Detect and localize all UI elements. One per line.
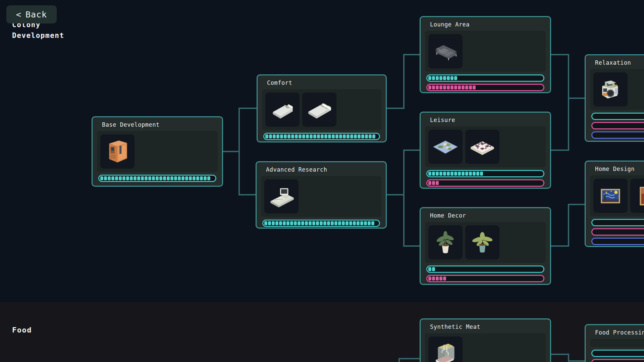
tech-node-comfort[interactable]: Comfort xyxy=(257,74,387,142)
progress-bar xyxy=(426,179,544,187)
tech-node-advanced-research[interactable]: Advanced Research xyxy=(256,161,387,229)
tech-node-home-decor[interactable]: Home Decor xyxy=(420,207,551,285)
connector-line xyxy=(238,108,257,109)
section-title-line2: Development xyxy=(12,30,64,41)
meat-growing-vat-icon xyxy=(432,340,459,362)
single-bed-icon xyxy=(269,96,296,123)
node-item-panel xyxy=(590,69,644,110)
progress-bar xyxy=(591,131,644,139)
tech-node-food-processing[interactable]: Food Processing xyxy=(585,324,644,362)
node-title: Home Decor xyxy=(430,212,541,219)
connector-line xyxy=(403,149,421,151)
tech-node-base-development[interactable]: Base Development xyxy=(92,116,223,187)
node-item-panel xyxy=(261,176,381,217)
potted-plant-white-icon[interactable] xyxy=(428,225,463,259)
progress-bar xyxy=(426,170,544,177)
tech-node-leisure[interactable]: Leisure xyxy=(420,112,551,189)
node-item-panel xyxy=(425,126,546,167)
node-item-panel xyxy=(425,222,546,263)
connector-line xyxy=(568,204,569,247)
progress-bar xyxy=(591,228,644,236)
node-item-panel xyxy=(590,175,644,216)
node-item-panel xyxy=(262,89,381,130)
connector-line xyxy=(403,54,405,109)
sofa-icon xyxy=(432,38,459,65)
portrait-painting-icon[interactable] xyxy=(630,179,644,213)
back-button[interactable]: < Back xyxy=(6,5,57,23)
connector-line xyxy=(386,108,405,109)
node-title: Food Processing xyxy=(595,329,644,336)
node-title: Lounge Area xyxy=(430,21,541,28)
meat-growing-vat-icon[interactable] xyxy=(428,337,463,362)
progress-bar xyxy=(591,238,644,245)
chess-set-icon[interactable] xyxy=(465,130,499,164)
connector-line xyxy=(238,194,257,195)
connector-line xyxy=(568,204,586,205)
tech-node-relaxation[interactable]: Relaxation xyxy=(585,54,644,142)
computer-workstation-icon[interactable] xyxy=(264,179,299,214)
sofa-icon[interactable] xyxy=(428,34,463,68)
single-bed-icon[interactable] xyxy=(265,93,300,127)
progress-bar xyxy=(426,275,544,282)
progress-bar xyxy=(426,84,544,91)
tech-node-lounge-area[interactable]: Lounge Area xyxy=(420,16,551,93)
connector-line xyxy=(550,149,569,151)
portrait-painting-icon xyxy=(634,182,644,209)
tech-tree-screen: < Back Colony Development Food Base Deve… xyxy=(0,0,644,362)
back-chevron-icon: < xyxy=(16,10,21,19)
connector-line xyxy=(403,54,421,55)
game-board-icon[interactable] xyxy=(428,130,463,164)
connector-line xyxy=(386,194,405,195)
potted-plant-teal-icon[interactable] xyxy=(465,225,499,259)
progress-bar xyxy=(591,359,644,362)
back-button-label: Back xyxy=(25,10,47,19)
progress-bar xyxy=(263,133,380,140)
connector-line xyxy=(223,151,240,152)
connector-line xyxy=(568,54,569,151)
progress-bar xyxy=(262,220,380,227)
orange-vending-machine-icon[interactable] xyxy=(100,134,135,169)
connector-line xyxy=(568,98,586,99)
game-board-icon xyxy=(432,133,459,161)
node-item-panel xyxy=(425,31,546,72)
tech-node-home-design[interactable]: Home Design xyxy=(585,161,644,247)
progress-bar xyxy=(426,74,544,82)
connector-line xyxy=(550,354,569,355)
orange-vending-machine-icon xyxy=(104,138,131,165)
node-title: Comfort xyxy=(267,79,376,86)
node-title: Relaxation xyxy=(595,59,644,66)
node-item-panel xyxy=(97,131,218,172)
chess-set-icon xyxy=(469,133,496,161)
radio-icon xyxy=(597,76,624,103)
progress-bar xyxy=(98,175,216,182)
node-title: Base Development xyxy=(102,121,213,128)
potted-plant-teal-icon xyxy=(469,229,496,256)
node-title: Advanced Research xyxy=(266,166,376,173)
food-section-label: Food xyxy=(12,326,32,334)
connector-line xyxy=(403,245,421,247)
computer-workstation-icon xyxy=(268,183,295,210)
double-bed-icon xyxy=(306,96,333,123)
node-title: Synthetic Meat xyxy=(430,323,541,330)
starry-night-painting-icon xyxy=(597,182,624,209)
progress-bar xyxy=(591,113,644,120)
node-item-panel xyxy=(425,333,546,362)
node-item-panel xyxy=(590,339,644,347)
progress-bar xyxy=(591,350,644,357)
radio-icon[interactable] xyxy=(593,72,628,107)
connector-line xyxy=(550,54,569,55)
double-bed-icon[interactable] xyxy=(302,93,336,127)
potted-plant-white-icon xyxy=(432,229,459,256)
connector-line xyxy=(238,108,240,195)
connector-line xyxy=(403,149,405,247)
progress-bar xyxy=(426,265,544,273)
connector-line xyxy=(550,245,569,247)
progress-bar xyxy=(591,219,644,226)
node-title: Home Design xyxy=(595,166,644,172)
progress-bar xyxy=(591,122,644,129)
connector-line xyxy=(568,360,586,362)
connector-line xyxy=(398,358,421,359)
starry-night-painting-icon[interactable] xyxy=(593,179,628,213)
node-title: Leisure xyxy=(430,117,541,123)
tech-node-synthetic-meat[interactable]: Synthetic Meat xyxy=(420,318,551,362)
